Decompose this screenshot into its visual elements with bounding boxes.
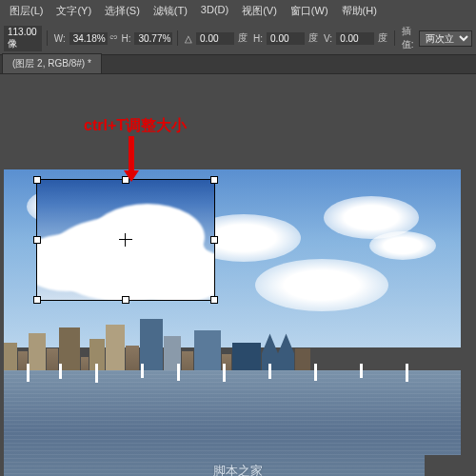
transform-center-icon[interactable] [119, 233, 132, 247]
document-tab[interactable]: (图层 2, RGB/8#) * [2, 53, 102, 73]
menu-view[interactable]: 视图(V) [236, 2, 283, 20]
tab-bar: (图层 2, RGB/8#) * [0, 55, 476, 74]
h-skew-label: H: [251, 33, 265, 44]
v-skew-input[interactable]: 0.00 [336, 32, 374, 45]
h-label: H: [119, 33, 132, 44]
interp-select[interactable]: 两次立 [419, 30, 472, 47]
w-label: W: [52, 33, 68, 44]
x-input[interactable]: 113.00 像 [4, 26, 42, 51]
menu-select[interactable]: 选择(S) [99, 2, 146, 20]
deg-label: 度 [307, 31, 320, 45]
canvas-area: ctrl+T调整大小 [0, 74, 476, 476]
menu-3d[interactable]: 3D(D) [195, 2, 234, 20]
menu-layer[interactable]: 图层(L) [4, 2, 49, 20]
transform-handle-tl[interactable] [33, 176, 41, 184]
transform-handle-ml[interactable] [33, 236, 41, 244]
angle-input[interactable]: 0.00 [196, 32, 234, 45]
arrow-icon [122, 136, 141, 186]
deg-label: 度 [376, 31, 389, 45]
menu-window[interactable]: 窗口(W) [285, 2, 334, 20]
menu-text[interactable]: 文字(Y) [50, 2, 97, 20]
transform-handle-bm[interactable] [122, 296, 129, 304]
transform-handle-mr[interactable] [210, 236, 218, 244]
transform-bounding-box[interactable] [36, 179, 215, 301]
options-bar: 113.00 像 W: 34.18% H: 30.77% △ 0.00 度 H:… [0, 22, 476, 55]
divider [47, 30, 48, 46]
divider [177, 30, 178, 46]
angle-icon: △ [183, 33, 194, 44]
deg-label: 度 [236, 31, 249, 45]
h-skew-input[interactable]: 0.00 [267, 32, 305, 45]
v-skew-label: V: [322, 33, 334, 44]
boats [4, 364, 461, 389]
link-icon[interactable] [109, 31, 118, 45]
transform-handle-tr[interactable] [210, 176, 218, 184]
interp-label: 插值: [400, 25, 417, 51]
menu-help[interactable]: 帮助(H) [336, 2, 383, 20]
divider [394, 30, 395, 46]
corner-badge [425, 455, 476, 476]
transform-handle-bl[interactable] [33, 296, 41, 304]
transform-handle-br[interactable] [210, 296, 218, 304]
menu-filter[interactable]: 滤镜(T) [148, 2, 193, 20]
watermark-text: 脚本之家 [213, 463, 263, 476]
height-input[interactable]: 30.77% [134, 32, 172, 45]
annotation-text: ctrl+T调整大小 [84, 116, 187, 136]
width-input[interactable]: 34.18% [69, 32, 108, 45]
menu-bar: 图层(L) 文字(Y) 选择(S) 滤镜(T) 3D(D) 视图(V) 窗口(W… [0, 0, 476, 22]
